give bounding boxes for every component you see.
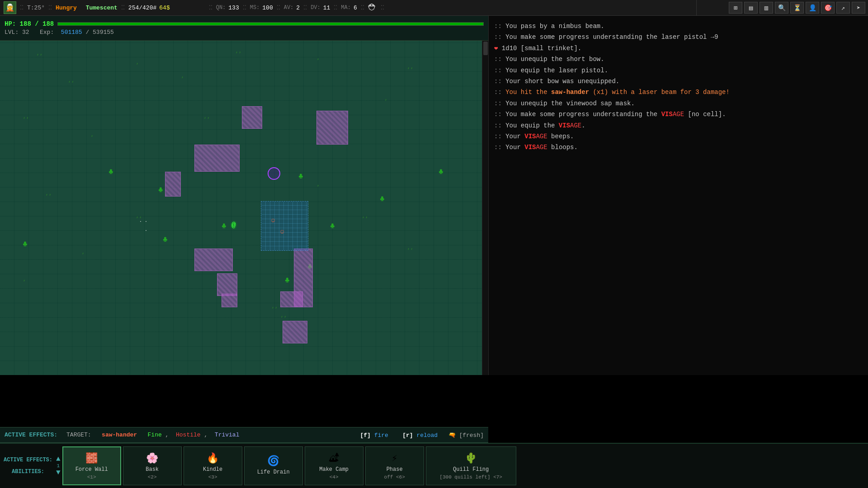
hunger-status: Hungry xyxy=(56,5,77,11)
exp-label: Exp: xyxy=(40,29,54,36)
log-line: :: You unequip the short bow. xyxy=(494,54,863,64)
ability-bask[interactable]: 🌸 Bask <2> xyxy=(123,446,182,485)
bask-icon: 🌸 xyxy=(146,452,158,465)
toolbar-icons: ⊞ ▤ ▥ 🔍 ⏳ 👤 🎯 ↗ ➤ xyxy=(696,0,868,16)
toolbar-btn-char[interactable]: 👤 xyxy=(806,2,819,14)
structure-tile xyxy=(242,106,262,129)
quill-fling-key: [300 quills left] <7> xyxy=(439,474,502,480)
enemy-character-2: ☺ xyxy=(280,228,284,235)
phase-name: Phase xyxy=(387,466,403,473)
make-camp-name: Make Camp xyxy=(319,466,349,473)
log-line-visage-4: :: Your VISAGE bloops. xyxy=(494,142,863,152)
tree-tile: ♣ xyxy=(285,276,290,285)
make-camp-icon: 🏕 xyxy=(329,452,339,465)
kindle-icon: 🔥 xyxy=(207,452,219,465)
toolbar-btn-target[interactable]: 🎯 xyxy=(821,2,835,14)
hp-text: HP: 188 / 188 xyxy=(5,20,54,28)
tree-tile: ♣ xyxy=(330,221,335,230)
dv-value: 11 xyxy=(323,5,330,11)
ability-scroll-arrows[interactable]: ▲ 1 ▼ xyxy=(56,455,61,477)
log-line-visage-2: :: You equip the VISAGE. xyxy=(494,121,863,131)
scrollbar[interactable] xyxy=(482,41,488,375)
toolbar-btn-timer[interactable]: ⏳ xyxy=(790,2,804,14)
toolbar-btn-search[interactable]: 🔍 xyxy=(775,2,788,14)
log-panel: :: You pass by a nimbus beam. :: You mak… xyxy=(488,16,868,375)
active-effects-label: ACTIVE EFFECTS: xyxy=(5,432,57,438)
structure-tile xyxy=(194,145,240,172)
ability-kindle[interactable]: 🔥 Kindle <3> xyxy=(184,446,242,485)
target-fine: Fine xyxy=(148,432,162,438)
ability-force-wall[interactable]: 🧱 Force Wall <1> xyxy=(62,446,121,485)
quill-fling-icon: 🌵 xyxy=(465,452,477,465)
grass-tile: ,, xyxy=(36,50,42,56)
game-area: ,, , ,, , ,, , ,, ,, , ,, , ,, ,, ,, , ,… xyxy=(0,41,488,375)
lvl-line: LVL: 32 Exp: 501185 / 539155 xyxy=(5,29,484,36)
particle-effect: · · xyxy=(139,219,147,224)
bask-name: Bask xyxy=(146,466,159,473)
body-status: Tumescent xyxy=(86,5,118,11)
ability-quill-fling[interactable]: 🌵 Quill Fling [300 quills left] <7> xyxy=(426,446,516,485)
lvl-label: LVL: 32 xyxy=(5,29,29,36)
toolbar-btn-3[interactable]: ▥ xyxy=(760,2,773,14)
target-hostile: Hostile xyxy=(176,432,201,438)
water-area xyxy=(261,201,308,251)
bask-key: <2> xyxy=(148,474,157,480)
ms-value: 100 xyxy=(262,5,273,11)
tree-tile: ♣ xyxy=(23,239,28,249)
ma-value: 6 xyxy=(354,5,357,11)
structure-tile xyxy=(316,111,348,145)
tree-tile: ♣ xyxy=(439,167,443,176)
ability-life-drain[interactable]: 🌀 Life Drain xyxy=(244,446,303,485)
tree-tile: ♣ xyxy=(108,167,113,176)
log-line: :: You make some progress understanding … xyxy=(494,32,863,42)
life-drain-icon: 🌀 xyxy=(267,455,279,467)
toolbar-btn-arrow1[interactable]: ↗ xyxy=(836,2,850,14)
log-line-visage-3: :: Your VISAGE beeps. xyxy=(494,131,863,141)
game-canvas[interactable]: ,, , ,, , ,, , ,, ,, , ,, , ,, ,, ,, , ,… xyxy=(0,41,488,375)
life-drain-name: Life Drain xyxy=(257,469,290,475)
log-line: :: You unequip the vinewood sap mask. xyxy=(494,99,863,108)
tree-tile: ♣ xyxy=(298,172,303,181)
abilities-label: ACTIVE EFFECTS: ABILITIES: xyxy=(4,457,52,475)
phase-icon: ⚡ xyxy=(392,452,397,465)
av-value: 2 xyxy=(296,5,300,11)
toolbar-btn-2[interactable]: ▤ xyxy=(744,2,758,14)
kindle-name: Kindle xyxy=(203,466,222,473)
tree-tile: ♣ xyxy=(163,235,168,244)
player-icon: 🧝 xyxy=(4,1,16,14)
toolbar-btn-1[interactable]: ⊞ xyxy=(729,2,742,14)
fire-info: [f] fire [r] reload 🔫 [fresh] xyxy=(360,432,484,439)
force-wall-icon: 🧱 xyxy=(85,452,98,465)
target-info: TARGET: saw-hander Fine , Hostile , Triv… xyxy=(66,432,239,438)
abilities-bar: ACTIVE EFFECTS: ABILITIES: ▲ 1 ▼ 🧱 Force… xyxy=(0,443,868,488)
top-hp-display: 254/420# xyxy=(128,5,156,11)
phase-key: off <6> xyxy=(384,474,405,480)
qn-value: 133 xyxy=(228,5,239,11)
quill-fling-name: Quill Fling xyxy=(453,466,489,473)
ability-phase[interactable]: ⚡ Phase off <6> xyxy=(365,446,424,485)
tree-tile: ♣ xyxy=(380,194,385,203)
exp-max: 539155 xyxy=(93,29,114,36)
kindle-key: <3> xyxy=(208,474,217,480)
force-wall-name: Force Wall xyxy=(75,466,108,473)
player-character: @ xyxy=(231,221,236,230)
temperature: T:25° xyxy=(27,5,45,11)
structure-tile xyxy=(283,321,307,343)
target-trivial: Trivial xyxy=(215,432,240,438)
exp-current: 501185 xyxy=(61,29,82,36)
target-label: TARGET: xyxy=(66,432,91,438)
money-display: 64$ xyxy=(159,5,170,11)
toolbar-btn-arrow2[interactable]: ➤ xyxy=(852,2,865,14)
enemy-character: ☺ xyxy=(271,217,275,224)
force-wall-key: <1> xyxy=(87,474,96,480)
log-line-visage-1: :: You make some progress understanding … xyxy=(494,109,863,119)
ability-make-camp[interactable]: 🏕 Make Camp <4> xyxy=(305,446,363,485)
abilities-text: ABILITIES: xyxy=(12,469,44,475)
helmet-icon: ⛑ xyxy=(368,2,377,13)
target-name: saw-hander xyxy=(102,432,137,438)
log-line: ❤ 1d10 [small trinket]. xyxy=(494,43,863,53)
structure-tile xyxy=(194,249,233,271)
structure-tile xyxy=(217,273,237,296)
structure-tile xyxy=(222,294,237,307)
magic-circle xyxy=(268,167,280,180)
